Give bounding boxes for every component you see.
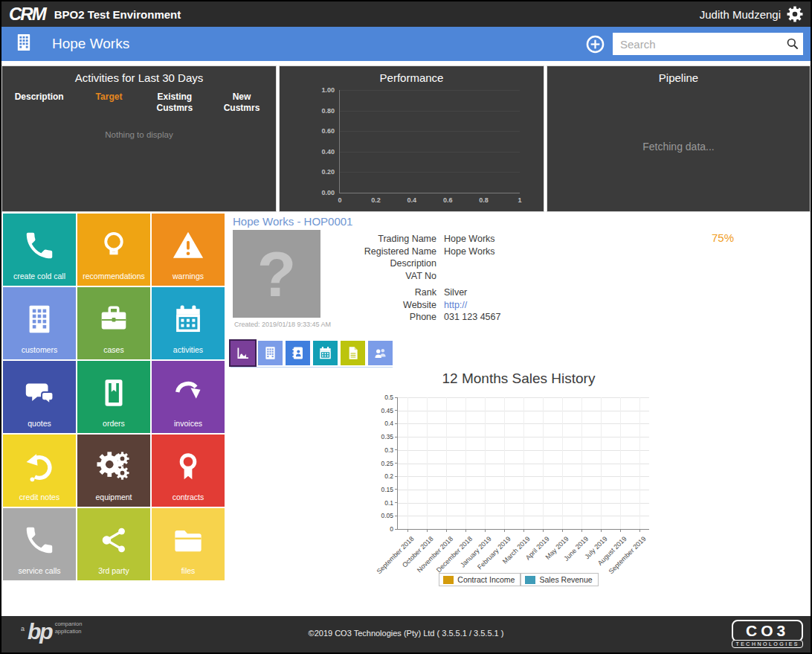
- calendar-icon: [318, 345, 333, 361]
- performance-panel: Performance 1.000.800.600.400.200.0000.2…: [279, 65, 544, 212]
- pipeline-loading-text: Fetching data...: [547, 141, 810, 153]
- tile-label: activities: [152, 345, 225, 354]
- tile-credit-notes[interactable]: credit notes: [3, 435, 76, 507]
- field-row: Registered NameHope Works: [340, 246, 563, 258]
- legend-item-sales-revenue: Sales Revenue: [521, 573, 598, 586]
- field-label: VAT No: [340, 270, 444, 283]
- book-icon: [97, 376, 131, 410]
- y-tick: [395, 449, 398, 450]
- x-axis-tick-label: 1: [518, 196, 521, 204]
- tile-service-calls[interactable]: service calls: [3, 508, 76, 580]
- gridline: [340, 172, 520, 173]
- tile-contracts[interactable]: contracts: [152, 435, 225, 507]
- gridline: [639, 397, 640, 529]
- tile-label: warnings: [152, 272, 225, 280]
- sales-history-section: 12 Months Sales History 0.50.450.40.350.…: [228, 371, 809, 586]
- tab-activities[interactable]: [313, 341, 338, 365]
- curved-arrow-icon: [171, 376, 205, 410]
- tab-customers[interactable]: [258, 341, 283, 365]
- settings-gear-icon[interactable]: [787, 6, 803, 22]
- activities-column-headers: DescriptionTargetExisting CustmrsNew Cus…: [2, 92, 276, 114]
- address-book-icon: [290, 345, 306, 361]
- tab-sales-history[interactable]: [231, 341, 255, 365]
- tile-equipment[interactable]: equipment: [77, 435, 150, 507]
- y-tick: [395, 489, 398, 490]
- building-icon: [13, 32, 34, 56]
- gridline: [340, 131, 520, 132]
- gridline: [543, 397, 544, 529]
- tab-documents[interactable]: [341, 341, 365, 365]
- y-tick: [395, 463, 398, 464]
- customer-photo-placeholder[interactable]: ?: [233, 230, 320, 318]
- x-tick: [562, 529, 563, 532]
- y-axis-tick-label: 0.5: [384, 394, 393, 401]
- activities-panel: Activities for Last 30 Days DescriptionT…: [1, 65, 277, 212]
- field-value: Hope Works: [444, 233, 563, 246]
- legend-item-contract-income: Contract Income: [439, 573, 521, 586]
- legend-swatch: [525, 576, 535, 584]
- tile-3rd-party[interactable]: 3rd party: [77, 508, 150, 580]
- add-button[interactable]: [585, 34, 605, 54]
- search-icon[interactable]: [785, 36, 800, 51]
- tile-label: quotes: [3, 419, 76, 428]
- co3-technologies-logo: CO3 TECHNOLOGIES: [732, 620, 803, 648]
- activities-column-header[interactable]: Target: [76, 92, 141, 114]
- field-label: Description: [340, 257, 444, 270]
- pipeline-panel-title: Pipeline: [547, 66, 810, 84]
- tile-quotes[interactable]: quotes: [3, 361, 76, 433]
- calendar-icon: [171, 302, 205, 336]
- x-axis-tick-label: 0.2: [371, 196, 381, 204]
- tile-label: credit notes: [3, 493, 76, 501]
- x-tick: [620, 529, 621, 532]
- tile-customers[interactable]: customers: [3, 287, 76, 359]
- tile-warnings[interactable]: warnings: [152, 214, 225, 286]
- y-axis-tick-label: 0.40: [321, 148, 335, 156]
- gridline: [581, 397, 582, 529]
- tile-label: recommendations: [77, 272, 150, 280]
- customer-toolbar: Hope Works: [1, 27, 811, 61]
- y-tick: [395, 516, 398, 516]
- tile-recommendations[interactable]: recommendations: [77, 214, 150, 286]
- tile-files[interactable]: files: [152, 508, 225, 580]
- activities-column-header[interactable]: Existing Custmrs: [142, 92, 207, 114]
- field-label: Rank: [340, 286, 444, 299]
- field-row: Phone031 123 4567: [340, 311, 563, 324]
- activities-column-header[interactable]: New Custmrs: [207, 92, 276, 114]
- y-axis-tick-label: 0: [390, 525, 393, 533]
- x-axis-tick-label: 0.6: [443, 196, 453, 204]
- tab-contacts[interactable]: [286, 341, 310, 365]
- building-icon: [262, 345, 278, 361]
- tile-label: orders: [77, 419, 150, 428]
- x-axis-month-label: September 2019: [608, 535, 648, 575]
- website-link[interactable]: http://: [444, 299, 563, 312]
- customer-heading-link[interactable]: Hope Works - HOP0001: [233, 215, 352, 228]
- y-tick: [395, 437, 398, 437]
- y-axis-tick-label: 0.3: [384, 446, 393, 454]
- tile-activities[interactable]: activities: [152, 287, 225, 359]
- y-axis-tick-label: 0.00: [321, 189, 335, 196]
- customer-fields: Trading NameHope WorksRegistered NameHop…: [340, 233, 563, 324]
- search-input[interactable]: [619, 37, 785, 51]
- gear-icon: [787, 6, 803, 22]
- gridline: [620, 397, 621, 529]
- field-row: Trading NameHope Works: [340, 233, 563, 246]
- share-icon: [97, 523, 131, 557]
- folder-icon: [171, 523, 205, 557]
- tile-create-cold-call[interactable]: create cold call: [3, 214, 76, 286]
- legend-label: Contract Income: [457, 575, 515, 584]
- activities-column-header[interactable]: Description: [2, 92, 76, 114]
- customer-detail-area: Hope Works - HOP0001 ? Created: 2019/01/…: [228, 212, 809, 616]
- x-tick: [485, 529, 486, 532]
- x-tick: [504, 529, 505, 532]
- tile-cases[interactable]: cases: [77, 287, 150, 359]
- plus-icon: [585, 34, 605, 54]
- magnifier-icon: [785, 36, 800, 51]
- x-axis-tick-label: 0: [338, 196, 341, 204]
- gridline: [446, 397, 447, 529]
- tile-orders[interactable]: orders: [77, 361, 150, 433]
- tile-invoices[interactable]: invoices: [152, 361, 225, 433]
- tab-people[interactable]: [368, 341, 393, 365]
- app-window: CRM BPO2 Test Environment Judith Mudzeng…: [0, 0, 812, 654]
- x-tick: [639, 529, 640, 532]
- current-user-name[interactable]: Judith Mudzengi: [700, 8, 781, 21]
